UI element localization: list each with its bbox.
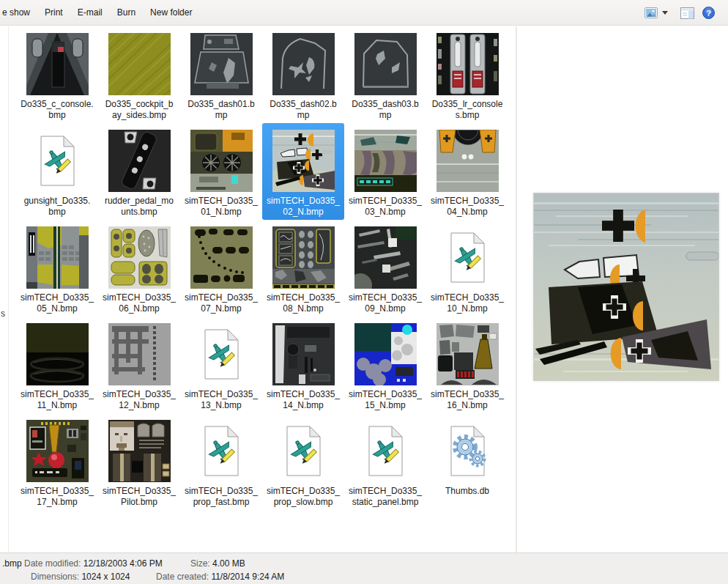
thumbnail-cockpit_bay xyxy=(108,33,171,95)
preview-pane-button[interactable] xyxy=(680,7,694,19)
file-tile[interactable]: simTECH_Do335_15_N.bmp xyxy=(344,317,426,413)
file-tile[interactable]: simTECH_Do335_10_N.bmp xyxy=(426,220,508,317)
preview-pane-icon xyxy=(680,7,694,19)
file-tile[interactable]: simTECH_Do335_09_N.bmp xyxy=(344,220,426,317)
size-value: 4.00 MB xyxy=(212,558,245,569)
command-bar: e show Print E-mail Burn New folder xyxy=(0,0,728,26)
file-tile[interactable]: simTECH_Do335_prop_fast.bmp xyxy=(180,413,262,510)
file-name: Thumbs.db xyxy=(427,486,508,497)
file-list-area: Do335_c_console.bmp Do335_cockpit_bay_si… xyxy=(9,26,516,552)
thumbnail-c_console xyxy=(26,33,89,95)
thumbnail-s12 xyxy=(108,323,171,385)
file-tile[interactable]: Do335_c_console.bmp xyxy=(16,26,98,123)
bmp-file-icon xyxy=(437,226,499,289)
file-name: Do335_cockpit_bay_sides.bmp xyxy=(99,99,179,121)
file-name: simTECH_Do335_static_panel.bmp xyxy=(345,486,426,508)
file-tile[interactable]: Do335_dash02.bmp xyxy=(262,26,344,123)
toolbar-item-email[interactable]: E-mail xyxy=(78,7,103,18)
file-tile[interactable]: simTECH_Do335_05_N.bmp xyxy=(16,220,98,317)
file-name: simTECH_Do335_08_N.bmp xyxy=(263,292,343,314)
file-tile[interactable]: simTECH_Do335_12_N.bmp xyxy=(98,317,180,413)
file-name: simTECH_Do335_prop_fast.bmp xyxy=(181,486,261,508)
dimensions-value: 1024 x 1024 xyxy=(81,572,130,582)
file-name: Do335_dash02.bmp xyxy=(263,99,343,121)
thumbnail-rudder xyxy=(108,130,171,192)
file-name: simTECH_Do335_03_N.bmp xyxy=(345,196,426,218)
help-icon: ? xyxy=(702,7,715,19)
thumbnail-dash03 xyxy=(354,33,417,95)
size-label: Size: xyxy=(190,558,210,569)
file-name: simTECH_Do335_09_N.bmp xyxy=(345,292,426,314)
toolbar-item-slideshow[interactable]: e show xyxy=(2,7,30,18)
thumbnail-s07 xyxy=(190,226,253,289)
dimensions-label: Dimensions: xyxy=(31,572,79,582)
toolbar-item-print[interactable]: Print xyxy=(45,7,63,18)
file-name: Do335_lr_consoles.bmp xyxy=(427,99,508,121)
thumbnail-s17 xyxy=(26,420,89,482)
file-tile[interactable]: simTECH_Do335_11_N.bmp xyxy=(16,317,98,413)
file-name: simTECH_Do335_06_N.bmp xyxy=(99,292,179,314)
thumbnail-s05 xyxy=(26,226,89,289)
file-name: rudder_pedal_mounts.bmp xyxy=(99,196,179,218)
svg-text:?: ? xyxy=(706,9,711,18)
file-name: simTECH_Do335_16_N.bmp xyxy=(427,389,508,411)
file-tile[interactable]: simTECH_Do335_01_N.bmp xyxy=(180,123,262,220)
thumbnail-s11 xyxy=(26,323,89,385)
file-name: simTECH_Do335_10_N.bmp xyxy=(427,292,508,314)
file-name: simTECH_Do335_02_N.bmp xyxy=(263,196,343,218)
bmp-file-icon xyxy=(26,130,89,192)
file-tile[interactable]: simTECH_Do335_03_N.bmp xyxy=(344,123,426,220)
file-name: simTECH_Do335_07_N.bmp xyxy=(181,292,261,314)
thumbnail-s08 xyxy=(272,226,335,289)
file-tile[interactable]: Do335_cockpit_bay_sides.bmp xyxy=(98,26,180,123)
help-button[interactable]: ? xyxy=(702,7,715,19)
file-tile[interactable]: simTECH_Do335_07_N.bmp xyxy=(180,220,262,317)
file-name: simTECH_Do335_11_N.bmp xyxy=(17,389,97,411)
file-name: simTECH_Do335_17_N.bmp xyxy=(17,486,97,508)
thumbnail-s16 xyxy=(437,323,499,385)
thumbnail-s02 xyxy=(272,130,335,192)
bmp-file-icon xyxy=(272,420,335,482)
file-tile[interactable]: simTECH_Do335_14_N.bmp xyxy=(262,317,344,413)
file-tile[interactable]: simTECH_Do335_13_N.bmp xyxy=(180,317,262,413)
thumbnail-s04 xyxy=(437,130,499,192)
views-icon xyxy=(645,7,658,18)
thumbnail-s06 xyxy=(108,226,171,289)
thumbnail-pilot xyxy=(108,420,171,482)
toolbar-item-burn[interactable]: Burn xyxy=(117,7,135,18)
file-tile[interactable]: simTECH_Do335_static_panel.bmp xyxy=(344,413,426,510)
views-dropdown-arrow xyxy=(662,11,668,15)
views-button[interactable] xyxy=(645,7,668,18)
file-tile[interactable]: simTECH_Do335_04_N.bmp xyxy=(426,123,508,220)
file-name: gunsight_Do335.bmp xyxy=(17,196,97,218)
file-tile[interactable]: simTECH_Do335_16_N.bmp xyxy=(426,317,508,413)
file-tile[interactable]: Do335_dash03.bmp xyxy=(344,26,426,123)
file-tile[interactable]: simTECH_Do335_02_N.bmp xyxy=(262,123,344,220)
file-tile[interactable]: simTECH_Do335_06_N.bmp xyxy=(98,220,180,317)
thumbs-db-icon xyxy=(437,420,499,482)
file-name: simTECH_Do335_05_N.bmp xyxy=(17,292,97,314)
file-tile[interactable]: Do335_lr_consoles.bmp xyxy=(426,26,508,123)
file-tile[interactable]: gunsight_Do335.bmp xyxy=(16,123,98,220)
nav-item-cutoff-label[interactable]: s xyxy=(1,308,5,319)
file-tile[interactable]: simTECH_Do335_prop_slow.bmp xyxy=(262,413,344,510)
file-tile[interactable]: Thumbs.db xyxy=(426,413,508,510)
preview-image xyxy=(533,193,719,381)
file-name: simTECH_Do335_Pilot.bmp xyxy=(99,486,179,508)
navigation-pane-sliver: s xyxy=(0,26,9,553)
file-name: Do335_dash01.bmp xyxy=(181,99,261,121)
thumbnail-dash01 xyxy=(190,33,253,95)
bmp-file-icon xyxy=(354,420,417,482)
file-tile[interactable]: simTECH_Do335_Pilot.bmp xyxy=(98,413,180,510)
file-name: simTECH_Do335_15_N.bmp xyxy=(345,389,426,411)
file-name: simTECH_Do335_14_N.bmp xyxy=(263,389,343,411)
file-tile[interactable]: rudder_pedal_mounts.bmp xyxy=(98,123,180,220)
file-tile[interactable]: simTECH_Do335_08_N.bmp xyxy=(262,220,344,317)
date-modified-label: Date modified: xyxy=(24,558,81,569)
thumbnail-s03 xyxy=(354,130,417,192)
selected-filename-fragment: .bmp xyxy=(2,558,22,569)
thumbnail-s01 xyxy=(190,130,253,192)
file-tile[interactable]: simTECH_Do335_17_N.bmp xyxy=(16,413,98,510)
toolbar-item-new-folder[interactable]: New folder xyxy=(150,7,192,18)
file-tile[interactable]: Do335_dash01.bmp xyxy=(180,26,262,123)
